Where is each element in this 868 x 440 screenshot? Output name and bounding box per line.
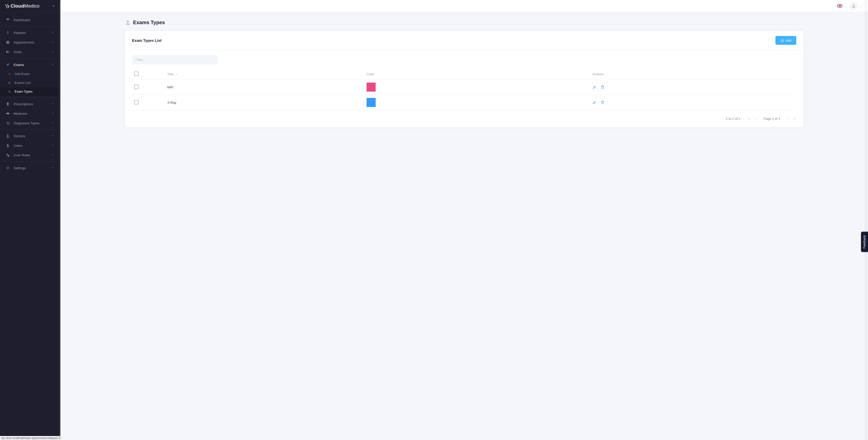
brand-bar: CloudMedico — [0, 0, 60, 12]
sidebar-item-patients[interactable]: Patients — [0, 28, 60, 37]
nav-label: Users — [13, 144, 48, 147]
plus-icon — [7, 72, 11, 76]
col-title-label: Title — [167, 72, 173, 76]
calendar-plus-icon — [5, 40, 10, 45]
sidebar-item-exams[interactable]: Exams — [0, 60, 60, 69]
list-icon — [7, 81, 11, 85]
sidebar-item-medicine[interactable]: Medicine — [0, 109, 60, 118]
row-color-swatch — [367, 98, 376, 107]
edit-button[interactable] — [592, 85, 596, 89]
chevron-double-left-icon — [51, 4, 55, 8]
table-row: MRI — [132, 80, 796, 95]
column-header-actions: Actions — [590, 69, 797, 80]
sidebar-subitem-add-exam[interactable]: Add Exam — [0, 69, 60, 78]
sidebar-item-appointments[interactable]: Appointments — [0, 37, 60, 47]
sidebar-item-user-roles[interactable]: User Roles — [0, 150, 60, 160]
svg-point-7 — [7, 113, 9, 115]
edit-button[interactable] — [592, 100, 596, 105]
nav-label: Diagnoses Types — [13, 121, 48, 125]
pager-next[interactable] — [786, 117, 789, 121]
syringe-icon — [5, 62, 10, 67]
column-header-title[interactable]: Title — [165, 69, 365, 80]
nav-label: Exams — [13, 63, 48, 67]
browser-status-bar: bp-clinic.localhost/exam-types/view#coll… — [0, 436, 62, 440]
brand-name-light: Medico — [24, 3, 39, 8]
column-header-color: Color — [365, 69, 590, 80]
sidebar: CloudMedico Dashboard Patients Appointme… — [0, 0, 60, 440]
pager-prev[interactable] — [754, 117, 758, 121]
language-selector[interactable] — [837, 4, 846, 8]
sidebar-subitem-exam-types[interactable]: Exam Types — [0, 87, 60, 96]
sidebar-item-dashboard[interactable]: Dashboard — [0, 15, 60, 25]
delete-button[interactable] — [600, 85, 604, 89]
nav-label: Patients — [13, 31, 48, 35]
sidebar-subitem-exams-list[interactable]: Exams List — [0, 78, 60, 87]
chevron-down-icon — [843, 5, 846, 7]
row-title: X-Ray — [165, 95, 365, 110]
nav-label: Prescriptions — [13, 102, 48, 106]
stethoscope-icon — [5, 121, 10, 125]
wheelchair-icon — [5, 30, 10, 35]
add-button[interactable]: Add — [775, 36, 796, 45]
nav-label: Settings — [13, 166, 48, 170]
list-icon — [7, 90, 11, 93]
sidebar-item-diagnoses-types[interactable]: Diagnoses Types — [0, 118, 60, 128]
brand-name-bold: Cloud — [10, 3, 24, 8]
uk-flag-icon — [837, 4, 842, 8]
nav-label: User Roles — [13, 153, 48, 157]
plus-circle-icon — [780, 39, 784, 42]
nav-label: Medicine — [13, 112, 48, 116]
nav-label: Dashboard — [13, 18, 55, 22]
select-all-checkbox[interactable] — [134, 71, 138, 76]
brand-logo: CloudMedico — [4, 3, 39, 9]
filter-input[interactable] — [132, 55, 218, 64]
gauge-icon — [5, 18, 10, 22]
sidebar-item-prescriptions[interactable]: Prescriptions — [0, 99, 60, 109]
nav-label: Add Exam — [14, 72, 55, 76]
nav-label: Exam Types — [14, 90, 55, 93]
svg-point-0 — [8, 5, 9, 6]
nav-label: Doctors — [13, 134, 48, 138]
row-checkbox[interactable] — [134, 85, 138, 89]
user-shield-icon — [5, 153, 10, 157]
sidebar-item-doctors[interactable]: Doctors — [0, 131, 60, 141]
card-title: Exam Types List — [132, 38, 161, 42]
exam-types-card: Exam Types List Add Title — [125, 31, 803, 127]
chevron-down-icon — [51, 153, 55, 157]
sidebar-item-settings[interactable]: Settings — [0, 163, 60, 173]
pager-first[interactable] — [747, 117, 751, 121]
gear-icon — [5, 166, 10, 170]
user-icon — [5, 143, 10, 148]
sidebar-item-visits[interactable]: Visits — [0, 47, 60, 57]
row-color-swatch — [367, 83, 376, 92]
nav-label: Exams List — [14, 81, 55, 85]
chevron-down-icon — [51, 112, 55, 115]
trash-icon — [600, 100, 604, 105]
user-menu[interactable] — [849, 2, 862, 10]
svg-point-12 — [853, 4, 855, 6]
doctor-icon — [5, 134, 10, 138]
svg-point-13 — [127, 20, 129, 22]
chevron-down-icon — [51, 134, 55, 138]
sidebar-collapse-button[interactable] — [51, 3, 56, 8]
chevron-down-icon — [51, 144, 55, 147]
exam-types-table: Title Color Actions MRI X- — [132, 69, 796, 110]
delete-button[interactable] — [600, 100, 604, 105]
avatar-icon — [849, 2, 858, 10]
doctor-icon — [125, 20, 131, 25]
svg-point-10 — [7, 144, 8, 146]
page-scrollbar[interactable] — [865, 0, 868, 440]
nav-label: Appointments — [13, 40, 48, 44]
pills-icon — [5, 111, 10, 116]
pager-last[interactable] — [793, 117, 796, 121]
table-footer: 1 to 2 of 2 Page 1 of 1 — [132, 110, 796, 121]
svg-rect-3 — [6, 51, 7, 53]
sidebar-item-users[interactable]: Users — [0, 141, 60, 150]
row-checkbox[interactable] — [134, 100, 138, 105]
edit-icon — [592, 85, 596, 89]
stethoscope-icon — [4, 3, 9, 8]
topbar — [60, 0, 868, 12]
add-button-label: Add — [785, 38, 791, 42]
pagination-range: 1 to 2 of 2 — [726, 117, 740, 121]
chevron-down-icon — [51, 40, 55, 44]
